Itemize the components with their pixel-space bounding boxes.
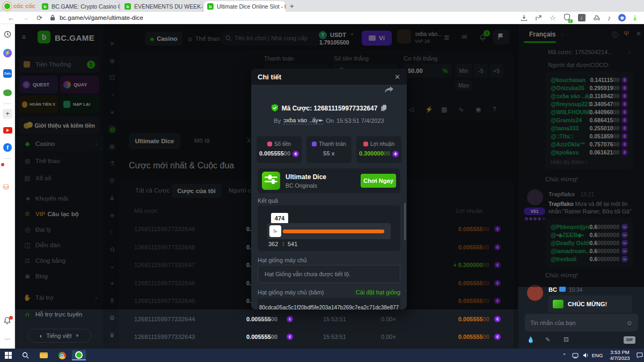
result-label: Kết quả [258, 197, 278, 204]
bet-id-row: Mã Cược: 126811159977332647 [251, 104, 407, 112]
coin-icon: ¢ [494, 316, 501, 322]
copy-icon[interactable] [380, 105, 387, 112]
chat-avatar[interactable] [527, 285, 543, 301]
bet-profit: 0.00555500 [420, 316, 489, 322]
bet-id: 126811159977332643 [134, 334, 195, 340]
music-note-icon[interactable]: ♪ [608, 14, 611, 22]
chat-input-box[interactable]: ☺ [525, 314, 638, 331]
coin-icon: ¢ [292, 151, 299, 157]
adblock-shield-icon[interactable]: 2 [564, 13, 570, 22]
bot-icon [559, 286, 566, 292]
extensions-puzzle-icon[interactable] [593, 14, 600, 21]
result-slider-handle[interactable]: ‖▸ [269, 225, 281, 237]
tray-chevron-icon[interactable]: ⌃ [559, 350, 569, 360]
dice-icon[interactable]: ⚄ [564, 336, 569, 343]
save-page-icon[interactable] [521, 14, 528, 21]
bet-table-row[interactable]: 1268111599773326430.00555500¢15:53:510.0… [119, 331, 514, 344]
reload-icon[interactable]: ⟳ [36, 14, 42, 22]
modal-header: Chi tiết ✕ [251, 69, 407, 85]
bet-user-link[interactable]: ɔxɓa vào ..ấy↞ [283, 117, 323, 124]
network-icon[interactable] [570, 350, 580, 360]
game-name: Ultimate Dice [286, 173, 326, 181]
start-button[interactable] [3, 350, 13, 360]
share-icon[interactable] [535, 14, 542, 21]
emoji-icon[interactable]: ☺ [626, 319, 633, 327]
chat-input[interactable] [530, 320, 619, 326]
forward-icon[interactable]: → [22, 14, 29, 22]
headset-icon: ∩ [19, 311, 35, 318]
game-shortcut-icon[interactable]: ⚙ [108, 314, 116, 322]
game-provider[interactable]: BC Originals [286, 182, 326, 189]
bcgame-favicon: b [42, 3, 48, 10]
bet-multiplier: 0.00× [381, 316, 396, 322]
server-seed-value: Hạt Giống vẫn chưa được tiết lộ. [265, 271, 350, 277]
browser-tab-1[interactable]: b BC.GAME: Crypto Casino Gam ✕ [39, 1, 120, 12]
by-label: By [274, 117, 281, 124]
back-icon[interactable]: ← [8, 14, 14, 22]
coin-icon: ¢ [287, 334, 293, 340]
globe-icon: ◐ [40, 333, 43, 339]
browser-url-bar: ← → ⟳ bc.game/vi/game/ultimate-dice ☆ 2 … [0, 12, 644, 24]
nav-label: Hỗ trợ trực tuyến [35, 311, 82, 317]
modal-scrollbar[interactable] [404, 203, 406, 240]
language-indicator[interactable]: ENG [590, 350, 604, 360]
gif-button[interactable]: GIF [624, 336, 635, 344]
play-now-button[interactable]: Chơi Ngay [361, 174, 396, 188]
rules-pen-icon[interactable]: ✎ [545, 336, 550, 343]
taskbar-date: 4/7/2023 [607, 356, 633, 361]
verified-shield-icon [271, 104, 279, 112]
range-low: 362 [268, 241, 278, 247]
windows-taskbar: ⌃ ENG 3:53 PM 4/7/2023 [0, 349, 644, 362]
seed-hash-box: 80cdca05ac5c1f20bdf5fe203a147b269c7ea2c7… [258, 298, 400, 309]
messenger-icon[interactable]: ⚡ [3, 49, 12, 57]
seed-settings-link[interactable]: Cài đặt hạt giống [356, 289, 400, 295]
coccoc-download-icon[interactable]: ⤓ [633, 13, 636, 22]
new-tab-button[interactable]: + [290, 2, 294, 10]
volume-icon[interactable] [581, 350, 591, 360]
browser-tab-2[interactable]: b ÉVÈNEMENTS DU WEEK-END ✕ [121, 1, 203, 12]
stat-payout-value: 55 x [323, 150, 334, 157]
bet-table-row[interactable]: 1268111599773326440.00555500¢15:53:510.0… [119, 314, 514, 327]
coccoc-taskbar-icon[interactable] [72, 350, 86, 360]
history-icon[interactable] [4, 31, 11, 38]
bookmark-star-icon[interactable]: ☆ [550, 14, 556, 22]
modal-title: Chi tiết [258, 73, 281, 81]
bet-meta-row: By ɔxɓa vào ..ấy↞ On 15:53:51 7/4/2023 [251, 117, 407, 124]
modal-close-icon[interactable]: ✕ [394, 73, 400, 81]
tab-title: ÉVÈNEMENTS DU WEEK-END [134, 3, 203, 10]
zalo-icon[interactable]: Zalo [3, 69, 12, 78]
gamepad-icon[interactable] [3, 90, 12, 96]
url-text[interactable]: bc.game/vi/game/ultimate-dice [60, 14, 143, 21]
browser-tab-active[interactable]: b Ultimate Dice Online Slot - P ✕ [204, 1, 286, 12]
youtube-icon[interactable] [3, 127, 12, 134]
file-explorer-icon[interactable] [39, 350, 49, 360]
server-seed-box: Hạt Giống vẫn chưa được tiết lộ. [258, 265, 400, 283]
game-card: Ultimate Dice BC Originals Chơi Ngay [258, 168, 400, 193]
add-shortcut-button[interactable]: + [3, 109, 12, 119]
rain-drop-icon[interactable]: 💧 [527, 336, 535, 343]
bet-id: 126811159977332644 [134, 316, 195, 322]
divider [3, 158, 12, 159]
coccoc-brand[interactable]: cốc cốc [3, 1, 35, 11]
seed-hash-value: 80cdca05ac5c1f20bdf5fe203a147b269c7ea2c7… [259, 305, 399, 310]
download-box-icon[interactable]: ↓ [578, 14, 586, 21]
game-shortcut-icon[interactable]: ♛ [108, 331, 116, 339]
padlock-icon[interactable] [50, 14, 55, 21]
congrats-message-card[interactable]: CHÚC MỪNG! [548, 295, 632, 313]
tab-title: BC.GAME: Crypto Casino Gam [52, 3, 120, 10]
facebook-icon[interactable]: f [3, 143, 12, 152]
shopping-cart-icon[interactable]: ⛁ [3, 183, 9, 191]
range-high: 541 [288, 241, 297, 247]
notification-bell-icon[interactable] [3, 317, 11, 326]
taskbar-search-icon[interactable] [20, 350, 31, 360]
card-icon [312, 142, 317, 146]
chrome-icon[interactable] [57, 350, 67, 360]
share-arrow-icon[interactable] [384, 86, 394, 93]
language-selector[interactable]: ◐ Tiếng việt ▼ [28, 329, 91, 343]
more-menu-icon[interactable]: … [4, 334, 11, 341]
clock[interactable]: 3:53 PM 4/7/2023 [607, 350, 633, 361]
action-center-icon[interactable] [634, 350, 644, 360]
bet-id-value: Mã Cược: 126811159977332647 [282, 105, 378, 112]
profile-avatar-icon[interactable]: ◉ [618, 14, 626, 21]
modal-backdrop[interactable] [518, 24, 644, 287]
